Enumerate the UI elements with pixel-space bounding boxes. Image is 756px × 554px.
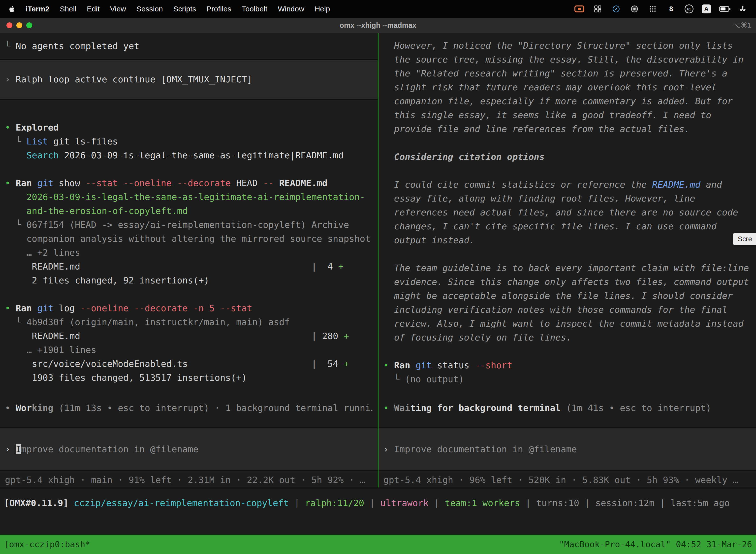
menu-item-help[interactable]: Help [310, 5, 335, 13]
agents-summary-line: └ No agents completed yet [0, 33, 378, 60]
dot-grid-icon[interactable] [648, 4, 658, 14]
right-pane: However, I noticed the "Directory Struct… [378, 33, 756, 488]
menu-bar-status-icons: 8 61 A [574, 4, 750, 14]
left-model-status-line: gpt-5.4 xhigh · main · 91% left · 2.31M … [0, 471, 378, 488]
thinking-paragraph-2: I could cite commit statistics or refere… [383, 178, 752, 247]
input-source-icon[interactable]: A [702, 4, 711, 13]
window-tiles-icon[interactable] [593, 4, 603, 14]
camera-aperture-icon[interactable] [630, 4, 639, 14]
minimize-window-button[interactable] [16, 22, 22, 28]
omx-turns: turns:10 [536, 498, 579, 508]
thinking-paragraph-1: However, I noticed the "Directory Struct… [383, 39, 752, 136]
git-status-output-line: └ (no output) [383, 372, 752, 386]
right-prompt-input[interactable]: › Improve documentation in @filename [378, 428, 756, 471]
close-window-button[interactable] [6, 22, 12, 28]
apple-menu[interactable] [6, 5, 20, 13]
git-log-commit-line: └ 4b9d30f (origin/main, instructkr/main,… [5, 315, 373, 329]
git-log-summary-line: 1903 files changed, 513517 insertions(+) [5, 371, 373, 385]
left-scrollback: • Explored └ List git ls-files Search 20… [0, 100, 378, 428]
git-show-filename: 2026-03-09-is-legal-the-same-as-legitima… [5, 190, 373, 218]
terminal-area: └ No agents completed yet › Ralph loop a… [0, 33, 756, 488]
browser-compass-icon[interactable] [611, 4, 621, 14]
battery-percent: 61 [687, 7, 691, 11]
tab-shortcut-label: ⌥⌘1 [733, 21, 756, 29]
git-log-command-line: • Ran git log --oneline --decorate -n 5 … [5, 301, 373, 315]
right-scrollback: However, I noticed the "Directory Struct… [378, 33, 756, 428]
waiting-status-line: • Waiting for background terminal (1m 41… [383, 401, 752, 415]
git-show-command-line: • Ran git show --stat --oneline --decora… [5, 176, 373, 190]
screen-notification-popup[interactable]: Scre [733, 233, 756, 245]
omx-last-activity: last:5m ago [671, 498, 730, 508]
menu-bar: iTerm2 Shell Edit View Session Scripts P… [0, 0, 756, 18]
menu-item-shell[interactable]: Shell [55, 5, 82, 13]
ralph-loop-banner: › Ralph loop active continue [OMX_TMUX_I… [0, 60, 378, 100]
text-cursor: I [16, 444, 21, 454]
readme-link[interactable]: README.md [652, 179, 700, 189]
git-log-more-line: … +1901 lines [5, 343, 373, 357]
git-show-block: • Ran git show --stat --oneline --decora… [5, 176, 373, 287]
git-log-block: • Ran git log --oneline --decorate -n 5 … [5, 301, 373, 385]
left-prompt-input[interactable]: › Improve documentation in @filename [0, 428, 378, 471]
right-model-status-line: gpt-5.4 xhigh · 96% left · 520K in · 5.8… [378, 471, 756, 488]
git-status-block: • Ran git status --short └ (no output) [383, 358, 752, 386]
menu-item-view[interactable]: View [105, 5, 131, 13]
git-log-stat-line-1: README.md | 280 + [5, 329, 373, 343]
explored-block: • Explored └ List git ls-files Search 20… [5, 121, 373, 162]
fan-icon[interactable] [738, 4, 748, 14]
figure-eight-icon[interactable]: 8 [666, 4, 676, 14]
omx-session-time: session:12m [595, 498, 654, 508]
screen-recording-indicator-icon[interactable] [574, 4, 584, 14]
menu-item-window[interactable]: Window [272, 5, 310, 13]
menu-item-scripts[interactable]: Scripts [168, 5, 201, 13]
menu-item-iterm2[interactable]: iTerm2 [20, 5, 55, 13]
tmux-session-window[interactable]: [omx-cczip0:bash* [4, 539, 90, 549]
thinking-heading: Considering citation options [383, 150, 752, 164]
omx-team-workers: team:1 workers [445, 498, 520, 508]
git-show-more-line: … +2 lines [5, 246, 373, 260]
git-show-stat-line: README.md | 4 + [5, 260, 373, 274]
menu-item-session[interactable]: Session [131, 5, 168, 13]
explored-title-line: • Explored [5, 121, 373, 134]
tmux-status-bar: [omx-cczip0:bash* "MacBook-Pro-44.local"… [0, 535, 756, 554]
omx-worktree-path: cczip/essay/ai-reimplementation-copyleft [74, 498, 289, 508]
explored-search-line: Search 2026-03-09-is-legal-the-same-as-l… [5, 149, 373, 162]
omx-version: [OMX#0.11.9] [4, 498, 74, 508]
omx-ralph-counter: ralph:11/20 [305, 498, 364, 508]
menu-item-edit[interactable]: Edit [82, 5, 105, 13]
battery-gauge-icon[interactable]: 61 [685, 4, 693, 13]
git-show-commit-line: └ 067f154 (HEAD -> essay/ai-reimplementa… [5, 218, 373, 246]
omx-ultrawork-badge: ultrawork [380, 498, 429, 508]
left-pane: └ No agents completed yet › Ralph loop a… [0, 33, 378, 488]
working-status-line: • Working (11m 13s • esc to interrupt) ·… [5, 401, 373, 415]
menu-item-profiles[interactable]: Profiles [201, 5, 236, 13]
git-status-command-line: • Ran git status --short [383, 358, 752, 372]
zoom-window-button[interactable] [26, 22, 32, 28]
window-title: omx --xhigh --madmax [0, 21, 756, 30]
explored-list-line: └ List git ls-files [5, 134, 373, 149]
tmux-host-clock: "MacBook-Pro-44.local" 04:52 31-Mar-26 [559, 539, 752, 549]
thinking-paragraph-3: The team guideline is to back every impo… [383, 261, 752, 344]
apple-icon [8, 5, 16, 13]
omx-status-bar: [OMX#0.11.9] cczip/essay/ai-reimplementa… [0, 488, 756, 535]
menu-item-toolbelt[interactable]: Toolbelt [237, 5, 272, 13]
title-bar: omx --xhigh --madmax ⌥⌘1 [0, 18, 756, 33]
git-log-stat-line-2: src/voice/voiceModeEnabled.ts | 54 + [5, 357, 373, 371]
battery-icon[interactable] [719, 4, 729, 14]
menu-items: iTerm2 Shell Edit View Session Scripts P… [6, 5, 335, 13]
git-show-summary-line: 2 files changed, 92 insertions(+) [5, 274, 373, 287]
traffic-lights [0, 22, 32, 28]
